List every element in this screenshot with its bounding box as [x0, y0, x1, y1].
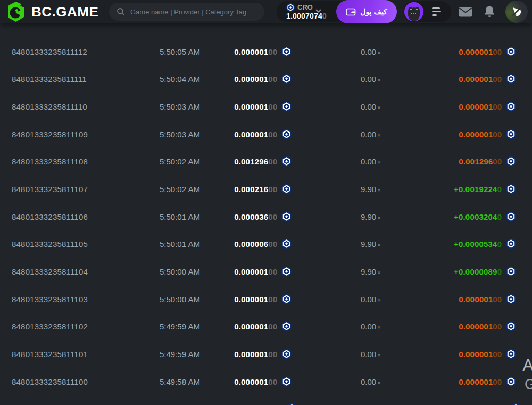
bet-time: 5:50:01 AM — [160, 239, 200, 249]
bet-profit: 0.00129600 — [459, 156, 516, 167]
bet-multiplier: 9.90× — [361, 212, 381, 221]
bet-row[interactable]: 848013332358111035:50:00 AM0.000001000.0… — [0, 285, 532, 313]
bet-multiplier: 9.90× — [361, 239, 381, 249]
bet-row[interactable]: 848013332358111025:49:59 AM0.000001000.0… — [0, 313, 532, 341]
bet-id: 84801333235811110 — [12, 102, 87, 111]
menu-icon[interactable] — [432, 7, 441, 16]
bet-amount: 0.00000100 — [234, 376, 292, 386]
bet-row[interactable]: 848013332358111105:50:03 AM0.000001000.0… — [0, 93, 532, 120]
bet-profit: 0.00000100 — [459, 376, 516, 386]
bet-time: 5:50:02 AM — [160, 185, 200, 194]
bet-profit: +0.00000890 — [454, 267, 516, 277]
bet-time: 5:50:05 AM — [160, 47, 200, 56]
bet-id: 84801333235811106 — [12, 212, 88, 221]
mail-icon[interactable] — [459, 7, 472, 19]
bet-id: 84801333235811108 — [12, 157, 88, 166]
bet-amount: 0.00000100 — [234, 102, 292, 112]
top-header: BC.GAME CRO — [0, 0, 532, 23]
search-icon — [117, 7, 125, 16]
bet-time: 5:50:01 AM — [160, 212, 200, 221]
bet-multiplier: 0.00× — [361, 47, 381, 56]
bet-row[interactable]: 848013332358111065:50:01 AM0.000036009.9… — [0, 203, 532, 230]
bet-time: 5:49:58 AM — [160, 377, 200, 386]
bet-profit: +0.00005340 — [454, 239, 516, 249]
balance-amount-dim: 0 — [322, 12, 327, 20]
bet-amount: 0.00000100 — [234, 129, 292, 139]
bet-amount: 0.00000600 — [234, 239, 292, 249]
bet-amount: 0.00000100 — [234, 349, 292, 359]
bet-profit: 0.00000100 — [459, 74, 516, 84]
bet-profit: 0.00000100 — [459, 321, 516, 332]
bet-multiplier: 0.00× — [361, 102, 381, 111]
bet-row[interactable]: 848013332358111075:50:02 AM0.000216009.9… — [0, 175, 532, 203]
bet-id: 84801333235811107 — [12, 185, 88, 194]
bet-row[interactable]: 848013332358111055:50:01 AM0.000006009.9… — [0, 230, 532, 258]
bet-row[interactable]: 848013332358111045:50:00 AM0.000001009.9… — [0, 258, 532, 285]
bet-id: 84801333235811111 — [12, 75, 87, 84]
bet-multiplier: 9.90× — [361, 185, 381, 194]
bet-multiplier: 0.00× — [361, 322, 381, 331]
balance-display[interactable]: CRO 1.00070740 — [286, 3, 327, 21]
user-avatar[interactable] — [404, 2, 423, 21]
bet-id: 84801333235811101 — [12, 350, 88, 359]
bet-amount: 0.00000100 — [234, 294, 292, 304]
game-search-bar[interactable] — [109, 3, 264, 21]
bet-multiplier: 0.00× — [361, 75, 381, 84]
bet-row[interactable]: 848013332358111015:49:59 AM0.000001000.0… — [0, 340, 532, 368]
bet-amount: 0.00000100 — [234, 74, 292, 84]
bet-time: 5:49:59 AM — [160, 350, 200, 359]
bet-id: 84801333235811109 — [12, 129, 88, 138]
bet-multiplier: 0.00× — [361, 157, 381, 166]
bc-game-shield-icon — [5, 1, 27, 22]
currency-label: CRO — [297, 3, 313, 11]
bet-row[interactable]: 848013332358111005:49:58 AM0.000001000.0… — [0, 368, 532, 395]
bet-row[interactable]: 848013332358111125:50:05 AM0.000001000.0… — [0, 38, 532, 65]
bet-time: 5:50:03 AM — [160, 129, 200, 138]
bet-multiplier: 9.90× — [361, 267, 381, 276]
bet-multiplier: 0.00× — [361, 294, 381, 303]
bet-amount: 0.00021600 — [234, 184, 292, 194]
watermark-letter-g: G — [525, 376, 532, 393]
bet-amount: 0.00000100 — [234, 46, 292, 56]
bet-amount: 0.00000100 — [234, 321, 292, 332]
bet-history-table: 848013332358111125:50:05 AM0.000001000.0… — [0, 23, 532, 395]
search-input[interactable] — [129, 7, 259, 16]
chat-disabled-icon[interactable] — [505, 1, 528, 23]
bet-profit: 0.00000100 — [459, 349, 516, 359]
profile-group — [403, 1, 451, 22]
bet-amount: 0.00129600 — [234, 156, 292, 167]
bet-profit: 0.00000100 — [459, 102, 516, 112]
bet-id: 84801333235811102 — [12, 322, 88, 331]
bet-time: 5:50:03 AM — [160, 102, 200, 111]
bet-multiplier: 0.00× — [361, 129, 381, 138]
bet-id: 84801333235811105 — [12, 239, 88, 249]
bet-time: 5:50:02 AM — [160, 157, 200, 166]
bet-profit: +0.00192240 — [454, 184, 516, 194]
watermark-letter-a: A — [522, 356, 532, 375]
brand-name: BC.GAME — [31, 1, 98, 22]
bet-time: 5:50:00 AM — [160, 267, 200, 276]
bet-time: 5:50:00 AM — [160, 294, 200, 303]
bet-time: 5:50:04 AM — [160, 75, 200, 84]
bet-row[interactable]: 848013332358111095:50:03 AM0.000001000.0… — [0, 120, 532, 148]
bet-profit: 0.00000100 — [459, 129, 516, 139]
bet-amount: 0.00000100 — [234, 267, 292, 277]
bet-row[interactable]: 848013332358111115:50:04 AM0.000001000.0… — [0, 65, 532, 93]
balance-wallet-group: CRO 1.00070740 کیف پول — [277, 1, 397, 22]
bet-profit: 0.00000100 — [459, 46, 516, 56]
bet-multiplier: 0.00× — [361, 377, 381, 386]
wallet-button[interactable]: کیف پول — [336, 0, 397, 23]
bet-profit: +0.00032040 — [454, 211, 516, 221]
brand-logo[interactable]: BC.GAME — [5, 1, 98, 22]
bet-profit: 0.00000100 — [459, 294, 516, 304]
bet-id: 84801333235811112 — [12, 47, 87, 56]
chevron-down-icon — [315, 5, 321, 9]
bet-row[interactable]: 848013332358111085:50:02 AM0.001296000.0… — [0, 148, 532, 176]
bet-multiplier: 0.00× — [361, 350, 381, 359]
balance-amount: 1.0007074 — [286, 12, 322, 20]
bet-id: 84801333235811100 — [12, 377, 88, 386]
bet-time: 5:49:59 AM — [160, 322, 200, 331]
bell-icon[interactable] — [484, 5, 495, 20]
bet-id: 84801333235811104 — [12, 267, 88, 276]
wallet-button-label: کیف پول — [360, 7, 387, 16]
